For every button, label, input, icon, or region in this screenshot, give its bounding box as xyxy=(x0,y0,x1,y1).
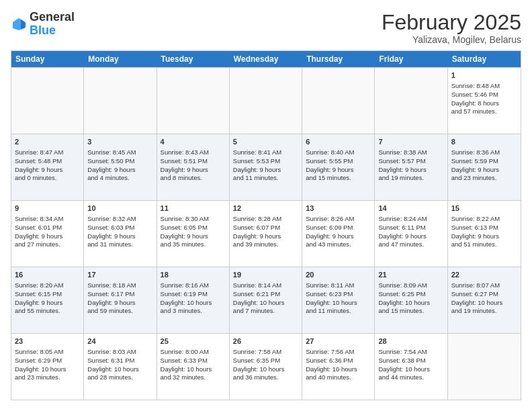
calendar-body: 1Sunrise: 8:48 AMSunset: 5:46 PMDaylight… xyxy=(11,67,521,400)
day-info: Sunrise: 8:28 AM xyxy=(233,215,298,224)
day-info: Sunrise: 8:38 AM xyxy=(378,148,443,157)
day-info: Daylight: 9 hours xyxy=(306,232,371,241)
calendar-cell: 25Sunrise: 8:00 AMSunset: 6:33 PMDayligh… xyxy=(157,334,230,400)
calendar-cell: 23Sunrise: 8:05 AMSunset: 6:29 PMDayligh… xyxy=(11,334,84,400)
day-info: and 44 minutes. xyxy=(378,373,443,382)
logo-blue-text: Blue xyxy=(30,24,56,37)
page: General Blue February 2025 Yalizava, Mog… xyxy=(0,0,532,411)
day-info: Sunrise: 8:45 AM xyxy=(87,148,152,157)
day-info: Sunset: 6:03 PM xyxy=(87,224,152,232)
calendar-cell: 16Sunrise: 8:20 AMSunset: 6:15 PMDayligh… xyxy=(11,267,84,333)
day-number: 10 xyxy=(87,203,152,214)
day-info: Sunrise: 8:32 AM xyxy=(87,215,152,224)
day-info: Sunset: 5:50 PM xyxy=(87,157,152,166)
day-info: and 43 minutes. xyxy=(306,240,371,249)
logo: General Blue xyxy=(11,11,75,38)
day-number: 20 xyxy=(306,270,371,280)
calendar-week-3: 9Sunrise: 8:34 AMSunset: 6:01 PMDaylight… xyxy=(11,200,521,267)
day-number: 12 xyxy=(233,203,298,214)
day-info: Sunrise: 8:47 AM xyxy=(15,148,80,157)
calendar-cell: 1Sunrise: 8:48 AMSunset: 5:46 PMDaylight… xyxy=(448,68,521,134)
day-info: Sunrise: 7:58 AM xyxy=(233,348,298,357)
calendar-week-5: 23Sunrise: 8:05 AMSunset: 6:29 PMDayligh… xyxy=(11,333,521,400)
day-number: 7 xyxy=(378,137,443,147)
day-info: Sunrise: 8:30 AM xyxy=(161,215,226,224)
day-info: Sunrise: 8:36 AM xyxy=(451,148,517,157)
day-info: Daylight: 8 hours xyxy=(451,99,517,108)
day-info: Sunrise: 8:20 AM xyxy=(15,281,80,290)
day-info: Daylight: 10 hours xyxy=(378,365,443,374)
day-number: 27 xyxy=(306,336,371,347)
day-info: Sunrise: 8:16 AM xyxy=(161,281,226,290)
day-info: Sunset: 6:07 PM xyxy=(233,224,298,232)
header-day-saturday: Saturday xyxy=(448,51,521,67)
day-info: Sunset: 5:53 PM xyxy=(233,157,298,166)
day-info: Daylight: 10 hours xyxy=(87,365,152,374)
day-info: Daylight: 9 hours xyxy=(15,299,80,308)
day-info: Sunset: 6:09 PM xyxy=(306,224,371,232)
day-info: Daylight: 9 hours xyxy=(306,166,371,175)
day-info: Sunset: 6:17 PM xyxy=(87,290,152,299)
calendar-cell xyxy=(302,68,375,134)
calendar-cell: 21Sunrise: 8:09 AMSunset: 6:25 PMDayligh… xyxy=(375,267,447,333)
calendar-cell xyxy=(448,334,521,400)
day-info: and 19 minutes. xyxy=(378,174,443,183)
calendar-cell: 24Sunrise: 8:03 AMSunset: 6:31 PMDayligh… xyxy=(84,334,157,400)
day-info: Daylight: 9 hours xyxy=(87,166,152,175)
day-info: Sunrise: 8:03 AM xyxy=(87,348,152,357)
calendar-cell: 9Sunrise: 8:34 AMSunset: 6:01 PMDaylight… xyxy=(11,201,84,267)
calendar-cell: 27Sunrise: 7:56 AMSunset: 6:36 PMDayligh… xyxy=(302,334,375,400)
calendar-cell: 8Sunrise: 8:36 AMSunset: 5:59 PMDaylight… xyxy=(448,134,521,200)
day-number: 17 xyxy=(87,270,152,280)
svg-marker-1 xyxy=(21,19,26,29)
day-info: and 40 minutes. xyxy=(306,373,371,382)
day-info: and 27 minutes. xyxy=(15,240,80,249)
day-info: Sunrise: 8:41 AM xyxy=(233,148,298,157)
day-info: Daylight: 9 hours xyxy=(87,299,152,308)
day-info: Sunset: 6:31 PM xyxy=(87,357,152,365)
day-info: and 4 minutes. xyxy=(87,174,152,183)
day-info: Daylight: 10 hours xyxy=(451,299,517,308)
day-info: Sunrise: 8:22 AM xyxy=(451,215,517,224)
day-info: Sunset: 5:57 PM xyxy=(378,157,443,166)
header-day-monday: Monday xyxy=(84,51,157,67)
day-info: and 55 minutes. xyxy=(15,307,80,316)
calendar-cell: 6Sunrise: 8:40 AMSunset: 5:55 PMDaylight… xyxy=(302,134,375,200)
day-number: 24 xyxy=(87,336,152,347)
day-info: Sunrise: 8:18 AM xyxy=(87,281,152,290)
calendar-cell: 3Sunrise: 8:45 AMSunset: 5:50 PMDaylight… xyxy=(84,134,157,200)
calendar-cell: 20Sunrise: 8:11 AMSunset: 6:23 PMDayligh… xyxy=(302,267,375,333)
day-info: Daylight: 10 hours xyxy=(161,365,226,374)
day-info: Sunset: 6:35 PM xyxy=(233,357,298,365)
day-number: 11 xyxy=(161,203,226,214)
day-number: 21 xyxy=(378,270,443,280)
calendar-week-1: 1Sunrise: 8:48 AMSunset: 5:46 PMDaylight… xyxy=(11,67,521,134)
day-number: 28 xyxy=(378,336,443,347)
header: General Blue February 2025 Yalizava, Mog… xyxy=(11,11,521,45)
day-number: 22 xyxy=(451,270,517,280)
day-info: and 23 minutes. xyxy=(15,373,80,382)
day-info: Sunset: 6:11 PM xyxy=(378,224,443,232)
day-info: Daylight: 10 hours xyxy=(15,365,80,374)
day-info: Daylight: 9 hours xyxy=(161,166,226,175)
day-info: Sunrise: 8:07 AM xyxy=(451,281,517,290)
calendar: SundayMondayTuesdayWednesdayThursdayFrid… xyxy=(11,50,521,400)
day-info: Sunset: 6:25 PM xyxy=(378,290,443,299)
calendar-header: SundayMondayTuesdayWednesdayThursdayFrid… xyxy=(11,51,521,67)
calendar-cell: 22Sunrise: 8:07 AMSunset: 6:27 PMDayligh… xyxy=(448,267,521,333)
day-info: Sunrise: 7:54 AM xyxy=(378,348,443,357)
day-info: Sunset: 6:13 PM xyxy=(451,224,517,232)
day-info: Sunset: 6:27 PM xyxy=(451,290,517,299)
day-info: Daylight: 9 hours xyxy=(87,232,152,241)
day-info: Sunset: 5:55 PM xyxy=(306,157,371,166)
day-number: 23 xyxy=(15,336,80,347)
day-info: Sunrise: 8:24 AM xyxy=(378,215,443,224)
day-info: Daylight: 9 hours xyxy=(15,232,80,241)
header-day-friday: Friday xyxy=(375,51,447,67)
day-info: Sunset: 6:36 PM xyxy=(306,357,371,365)
day-number: 3 xyxy=(87,137,152,147)
day-info: Daylight: 9 hours xyxy=(161,232,226,241)
day-info: and 11 minutes. xyxy=(233,174,298,183)
calendar-week-4: 16Sunrise: 8:20 AMSunset: 6:15 PMDayligh… xyxy=(11,267,521,333)
day-info: and 3 minutes. xyxy=(161,307,226,316)
